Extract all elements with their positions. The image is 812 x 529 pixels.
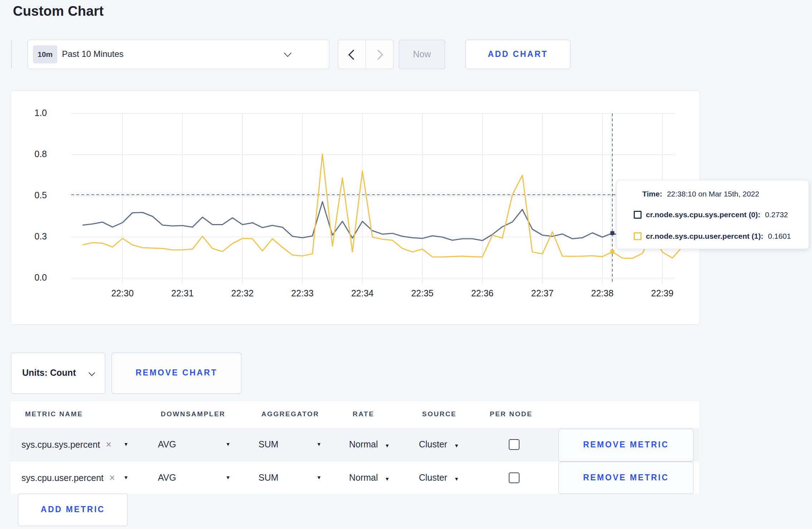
page-title: Custom Chart	[13, 4, 104, 19]
caret-down-icon: ▼	[385, 476, 390, 482]
x-tick-label: 22:37	[517, 288, 567, 299]
time-pager	[338, 40, 393, 69]
series-line-cr.node.sys.cpu.user.percent	[82, 154, 682, 258]
user-series-swatch-icon	[634, 232, 642, 240]
tooltip-sys-label: cr.node.sys.cpu.sys.percent (0):	[646, 210, 760, 219]
time-range-select[interactable]: 10m Past 10 Minutes	[28, 40, 329, 69]
rate-value: Normal	[349, 439, 378, 449]
chevron-down-icon	[88, 369, 95, 376]
remove-chart-button[interactable]: REMOVE CHART	[112, 353, 241, 394]
per-node-checkbox[interactable]	[509, 439, 519, 450]
x-tick-label: 22:35	[397, 288, 448, 299]
sys-series-swatch-icon	[634, 211, 642, 219]
tooltip-user-label: cr.node.sys.cpu.user.percent (1):	[646, 232, 763, 241]
y-tick-label: 0.3	[15, 231, 47, 242]
tooltip-user-value: 0.1601	[768, 232, 791, 241]
source-dropdown[interactable]: Cluster ▼	[419, 472, 459, 483]
col-header-source: SOURCE	[422, 410, 456, 418]
x-tick-label: 22:30	[97, 288, 148, 299]
rate-dropdown[interactable]: Normal ▼	[349, 472, 390, 483]
clear-metric-icon[interactable]: ×	[106, 439, 112, 450]
caret-down-icon[interactable]: ▼	[124, 475, 129, 480]
y-tick-label: 1.0	[15, 108, 47, 118]
time-forward-button[interactable]	[366, 40, 393, 69]
caret-down-icon[interactable]: ▼	[226, 475, 231, 480]
chevron-right-icon	[373, 50, 383, 60]
x-tick-label: 22:31	[158, 288, 208, 299]
y-tick-label: 0.0	[15, 272, 47, 283]
remove-metric-button[interactable]: REMOVE METRIC	[559, 462, 693, 494]
units-select[interactable]: Units: Count	[11, 353, 105, 394]
chart-tooltip: Time: 22:38:10 on Mar 15th, 2022 cr.node…	[616, 180, 809, 249]
per-node-checkbox[interactable]	[509, 472, 519, 483]
aggregator-dropdown[interactable]: SUM	[258, 472, 279, 483]
add-metric-button[interactable]: ADD METRIC	[18, 494, 128, 526]
clear-metric-icon[interactable]: ×	[109, 472, 115, 483]
remove-metric-button[interactable]: REMOVE METRIC	[559, 429, 693, 461]
time-back-button[interactable]	[338, 40, 366, 69]
tooltip-time-value: 22:38:10 on Mar 15th, 2022	[667, 190, 759, 198]
downsampler-dropdown[interactable]: AVG	[158, 439, 176, 450]
crosshair-dot	[610, 250, 614, 254]
series-line-cr.node.sys.cpu.sys.percent	[82, 202, 682, 241]
caret-down-icon[interactable]: ▼	[124, 441, 129, 447]
now-button[interactable]: Now	[399, 40, 445, 69]
caret-down-icon[interactable]: ▼	[316, 475, 322, 480]
col-header-per-node: PER NODE	[490, 410, 532, 418]
time-range-badge: 10m	[33, 45, 57, 63]
metric-name-dropdown[interactable]: sys.cpu.user.percent×	[21, 472, 115, 484]
custom-chart-page: Custom Chart 10m Past 10 Minutes Now ADD…	[0, 0, 812, 529]
x-tick-label: 22:39	[637, 288, 687, 299]
col-header-aggregator: AGGREGATOR	[261, 410, 319, 418]
metric-name-value: sys.cpu.user.percent	[21, 473, 103, 483]
aggregator-dropdown[interactable]: SUM	[258, 439, 279, 450]
chevron-down-icon	[284, 49, 291, 57]
toolbar-divider	[11, 40, 12, 68]
rate-value: Normal	[349, 472, 378, 482]
x-tick-label: 22:38	[577, 288, 627, 299]
x-tick-label: 22:32	[217, 288, 267, 299]
source-value: Cluster	[419, 472, 447, 482]
chart-card[interactable]: 0.00.30.50.81.0 22:3022:3122:3222:3322:3…	[11, 91, 700, 325]
tooltip-time-label: Time:	[642, 190, 662, 198]
col-header-downsampler: DOWNSAMPLER	[161, 410, 226, 418]
caret-down-icon[interactable]: ▼	[316, 441, 322, 447]
col-header-metric-name: METRIC NAME	[25, 410, 83, 418]
source-value: Cluster	[419, 439, 447, 449]
x-tick-label: 22:34	[337, 288, 387, 299]
caret-down-icon: ▼	[385, 443, 390, 448]
metric-name-value: sys.cpu.sys.percent	[21, 440, 100, 450]
caret-down-icon: ▼	[454, 476, 459, 482]
x-tick-label: 22:36	[457, 288, 507, 299]
y-tick-label: 0.5	[15, 190, 47, 200]
metric-name-dropdown[interactable]: sys.cpu.sys.percent×	[21, 439, 111, 450]
tooltip-sys-value: 0.2732	[765, 210, 788, 219]
crosshair-dot	[610, 231, 614, 235]
time-range-label: Past 10 Minutes	[62, 40, 124, 68]
source-dropdown[interactable]: Cluster ▼	[419, 439, 459, 450]
downsampler-dropdown[interactable]: AVG	[158, 472, 176, 483]
chevron-left-icon	[348, 50, 358, 60]
units-label: Units: Count	[22, 353, 76, 393]
rate-dropdown[interactable]: Normal ▼	[349, 439, 390, 450]
y-tick-label: 0.8	[15, 149, 47, 159]
caret-down-icon[interactable]: ▼	[226, 441, 231, 447]
add-chart-button[interactable]: ADD CHART	[465, 40, 570, 69]
col-header-rate: RATE	[353, 410, 374, 418]
x-tick-label: 22:33	[277, 288, 328, 299]
caret-down-icon: ▼	[454, 443, 459, 448]
